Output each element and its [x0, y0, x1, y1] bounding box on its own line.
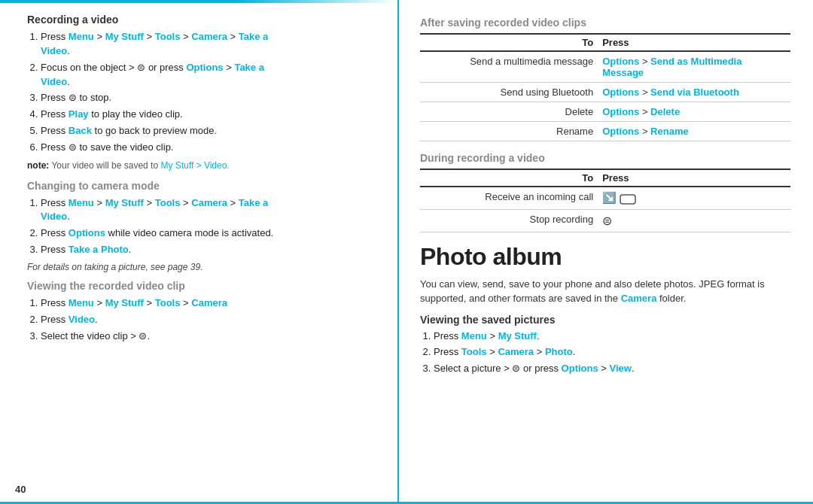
- top-decorative-line: [0, 0, 397, 3]
- list-item: Press Options while video camera mode is…: [41, 226, 379, 241]
- delete-ref: Delete: [650, 106, 680, 117]
- to-cell: Stop recording: [420, 209, 598, 232]
- photo-link: Photo: [545, 346, 573, 357]
- list-item: Press Menu > My Stuff.: [434, 329, 790, 344]
- mystuff-link: My Stuff: [105, 31, 144, 42]
- camera-link: Camera: [191, 31, 227, 42]
- options-ref2: Options: [602, 87, 639, 98]
- recording-title: Recording a video: [27, 14, 379, 26]
- camera-mode-list: Press Menu > My Stuff > Tools > Camera >…: [41, 196, 379, 257]
- scroll-icon: ⊜: [602, 214, 612, 227]
- tools-link: Tools: [155, 31, 181, 42]
- options-link2: Options: [69, 227, 105, 238]
- mystuff-link3: My Stuff: [105, 297, 144, 308]
- camera-link4: Camera: [498, 346, 534, 357]
- options-ref4: Options: [602, 126, 639, 137]
- back-link: Back: [69, 125, 92, 136]
- to-cell: Send using Bluetooth: [420, 83, 598, 102]
- during-recording-title: During recording a video: [420, 152, 790, 164]
- list-item: Press Video.: [41, 313, 379, 327]
- list-item: Press Menu > My Stuff > Tools > Camera >…: [41, 196, 379, 225]
- mystuff-link4: My Stuff: [498, 330, 537, 342]
- press-cell: ⊜: [598, 209, 790, 232]
- italic-note: For details on taking a picture, see pag…: [27, 262, 379, 272]
- list-item: Press Back to go back to preview mode.: [41, 124, 379, 138]
- to-header2: To: [420, 169, 598, 187]
- table-row: Send a multimedia message Options > Send…: [420, 51, 790, 83]
- phone-icon: ↘️: [602, 191, 617, 204]
- table-row: Delete Options > Delete: [420, 102, 790, 122]
- to-cell: Delete: [420, 102, 598, 122]
- play-link: Play: [69, 108, 89, 120]
- mystuff-note-link: My Stuff > Video.: [160, 160, 229, 171]
- list-item: Press ⊜ to stop.: [41, 91, 379, 105]
- viewing-clip-list: Press Menu > My Stuff > Tools > Camera P…: [41, 296, 379, 344]
- tools-link3: Tools: [155, 297, 181, 308]
- view-link: View: [610, 363, 632, 374]
- viewing-saved-title: Viewing the saved pictures: [420, 314, 790, 326]
- list-item: Press Play to play the video clip.: [41, 108, 379, 122]
- menu-link2: Menu: [69, 197, 94, 208]
- menu-link4: Menu: [461, 330, 487, 342]
- list-item: Press Menu > My Stuff > Tools > Camera >…: [41, 30, 379, 59]
- rename-ref: Rename: [650, 126, 689, 137]
- viewing-saved-list: Press Menu > My Stuff. Press Tools > Cam…: [434, 329, 790, 377]
- mystuff-link2: My Stuff: [105, 197, 144, 208]
- right-column: After saving recorded video clips To Pre…: [399, 0, 813, 504]
- press-header: Press: [598, 34, 790, 51]
- photo-album-title: Photo album: [420, 243, 790, 271]
- menu-link: Menu: [69, 31, 94, 42]
- left-column: Recording a video Press Menu > My Stuff …: [0, 0, 399, 504]
- recording-list: Press Menu > My Stuff > Tools > Camera >…: [41, 30, 379, 155]
- table-row: Receive an incoming call ↘️: [420, 187, 790, 209]
- to-cell: Rename: [420, 122, 598, 141]
- takeaphoto-link: Take a Photo: [69, 244, 129, 255]
- table-header-row: To Press: [420, 34, 790, 51]
- to-cell: Send a multimedia message: [420, 51, 598, 83]
- list-item: Select the video clip > ⊜.: [41, 329, 379, 344]
- svg-rect-0: [620, 195, 635, 204]
- list-item: Focus on the object > ⊜ or press Options…: [41, 61, 379, 90]
- note-text: note: Your video will be saved to My Stu…: [27, 159, 379, 172]
- press-cell: ↘️: [598, 187, 790, 209]
- after-saving-table: To Press Send a multimedia message Optio…: [420, 33, 790, 141]
- tools-link4: Tools: [461, 346, 487, 357]
- during-recording-table: To Press Receive an incoming call ↘️ Sto…: [420, 169, 790, 232]
- list-item: Select a picture > ⊜ or press Options > …: [434, 362, 790, 376]
- camera-link2: Camera: [191, 197, 227, 208]
- options-link5: Options: [562, 363, 598, 374]
- press-cell: Options > Send as MultimediaMessage: [598, 51, 790, 83]
- list-item: Press Take a Photo.: [41, 243, 379, 257]
- after-saving-title: After saving recorded video clips: [420, 17, 790, 29]
- camera-mode-title: Changing to camera mode: [27, 180, 379, 192]
- page: Recording a video Press Menu > My Stuff …: [0, 0, 813, 504]
- press-cell: Options > Send via Bluetooth: [598, 83, 790, 102]
- options-ref3: Options: [602, 106, 639, 117]
- to-cell: Receive an incoming call: [420, 187, 598, 209]
- phone-icon-svg: [620, 193, 636, 205]
- camera-folder-link: Camera: [621, 293, 657, 304]
- takevideo2-link: Take aVideo: [41, 62, 264, 87]
- photo-album-desc: You can view, send, save to your phone a…: [420, 277, 790, 306]
- list-item: Press Tools > Camera > Photo.: [434, 345, 790, 360]
- video-link: Video: [69, 314, 95, 325]
- table-header-row: To Press: [420, 169, 790, 187]
- send-bluetooth-ref: Send via Bluetooth: [650, 87, 739, 98]
- press-header2: Press: [598, 169, 790, 187]
- page-number: 40: [15, 484, 26, 495]
- menu-link3: Menu: [69, 297, 94, 308]
- options-link: Options: [186, 62, 223, 73]
- viewing-clip-title: Viewing the recorded video clip: [27, 280, 379, 292]
- to-header: To: [420, 34, 598, 51]
- list-item: Press Menu > My Stuff > Tools > Camera: [41, 296, 379, 311]
- press-cell: Options > Delete: [598, 102, 790, 122]
- table-row: Rename Options > Rename: [420, 122, 790, 141]
- table-row: Send using Bluetooth Options > Send via …: [420, 83, 790, 102]
- list-item: Press ⊜ to save the video clip.: [41, 141, 379, 155]
- tools-link2: Tools: [155, 197, 181, 208]
- camera-link3: Camera: [191, 297, 227, 308]
- press-cell: Options > Rename: [598, 122, 790, 141]
- options-ref: Options: [602, 56, 639, 67]
- table-row: Stop recording ⊜: [420, 209, 790, 232]
